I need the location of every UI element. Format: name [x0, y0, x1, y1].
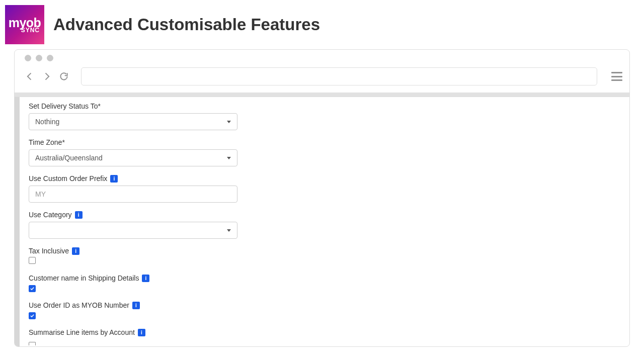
browser-mockup-frame: Set Delivery Status To* Nothing Time Zon… [14, 49, 630, 347]
hamburger-menu-icon[interactable] [611, 72, 622, 81]
field-custom-prefix: Use Custom Order Prefix i [29, 174, 615, 203]
tax-inclusive-label: Tax Inclusive [29, 247, 69, 255]
delivery-status-select[interactable]: Nothing [29, 113, 237, 130]
order-id-myob-label: Use Order ID as MYOB Number [29, 301, 129, 309]
info-icon[interactable]: i [138, 329, 145, 336]
browser-chrome [15, 50, 629, 88]
time-zone-select[interactable]: Australia/Queensland [29, 149, 237, 166]
form-viewport: Set Delivery Status To* Nothing Time Zon… [15, 97, 629, 346]
back-icon[interactable] [25, 71, 35, 81]
field-delivery-status: Set Delivery Status To* Nothing [29, 102, 615, 130]
url-input[interactable] [81, 67, 597, 85]
summarise-lines-checkbox[interactable] [29, 342, 36, 345]
summarise-lines-label: Summarise Line items by Account [29, 328, 135, 336]
time-zone-value: Australia/Queensland [35, 154, 103, 162]
info-icon[interactable]: i [142, 275, 149, 282]
order-id-myob-checkbox[interactable] [29, 312, 36, 319]
field-customer-name-shipping: Customer name in Shipping Details i [29, 274, 615, 293]
myob-sync-logo: myob SYNC [5, 5, 44, 44]
order-id-myob-label-row: Use Order ID as MYOB Number i [29, 301, 615, 309]
page-title: Advanced Customisable Features [53, 15, 320, 34]
use-category-label: Use Category [29, 211, 72, 219]
info-icon[interactable]: i [132, 302, 140, 309]
delivery-status-label: Set Delivery Status To* [29, 102, 615, 110]
settings-form: Set Delivery Status To* Nothing Time Zon… [20, 97, 629, 346]
custom-prefix-input[interactable] [29, 186, 237, 203]
field-use-category: Use Category i [29, 211, 615, 239]
field-order-id-myob: Use Order ID as MYOB Number i [29, 301, 615, 320]
info-icon[interactable]: i [72, 247, 79, 255]
time-zone-label: Time Zone* [29, 138, 615, 146]
browser-toolbar [25, 67, 622, 85]
field-tax-inclusive: Tax Inclusive i [29, 247, 615, 266]
window-dots [25, 55, 622, 61]
browser-top-shadow [15, 93, 629, 97]
window-dot-close[interactable] [25, 55, 31, 61]
customer-name-shipping-checkbox[interactable] [29, 285, 36, 292]
custom-prefix-label: Use Custom Order Prefix [29, 174, 107, 183]
reload-icon[interactable] [59, 71, 69, 81]
window-dot-maximize[interactable] [47, 55, 53, 61]
customer-name-shipping-label-row: Customer name in Shipping Details i [29, 274, 615, 282]
window-dot-minimize[interactable] [36, 55, 42, 61]
info-icon[interactable]: i [75, 211, 83, 219]
tax-inclusive-checkbox[interactable] [29, 257, 36, 264]
dropdown-caret-icon [227, 157, 231, 159]
custom-prefix-label-row: Use Custom Order Prefix i [29, 174, 615, 183]
delivery-status-value: Nothing [35, 118, 59, 126]
info-icon[interactable]: i [110, 175, 118, 183]
customer-name-shipping-label: Customer name in Shipping Details [29, 274, 139, 282]
page-header: myob SYNC Advanced Customisable Features [0, 0, 644, 49]
dropdown-caret-icon [227, 229, 231, 232]
tax-inclusive-label-row: Tax Inclusive i [29, 247, 615, 255]
use-category-label-row: Use Category i [29, 211, 615, 219]
dropdown-caret-icon [227, 121, 231, 123]
left-scroll-gutter[interactable] [15, 97, 20, 346]
use-category-select[interactable] [29, 222, 237, 239]
forward-icon[interactable] [42, 71, 52, 81]
summarise-lines-label-row: Summarise Line items by Account i [29, 328, 615, 336]
logo-text-bottom: SYNC [21, 27, 44, 33]
field-time-zone: Time Zone* Australia/Queensland [29, 138, 615, 166]
field-summarise-lines: Summarise Line items by Account i [29, 328, 615, 346]
